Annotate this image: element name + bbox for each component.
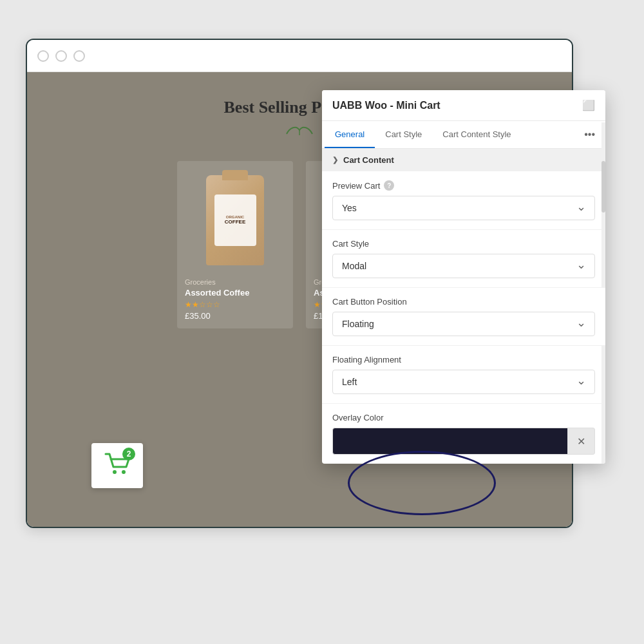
outer-wrapper: Best Selling Products ORGANIC	[26, 39, 618, 605]
field-cart-button-position: Cart Button Position Floating Fixed Inli…	[322, 288, 605, 346]
browser-btn-2	[55, 50, 67, 62]
product-stars-coffee: ★★☆☆☆	[185, 300, 285, 309]
settings-panel: UABB Woo - Mini Cart ⬜ General Cart Styl…	[322, 90, 605, 464]
panel-section-header[interactable]: ❯ Cart Content	[322, 149, 605, 171]
field-label-text-cart-button-position: Cart Button Position	[332, 297, 407, 307]
product-title-coffee: Assorted Coffee	[185, 288, 285, 298]
cart-badge: 2	[122, 448, 135, 460]
field-floating-alignment: Floating Alignment Left Right Center	[322, 346, 605, 404]
cart-icon-wrap: 2	[104, 453, 130, 478]
select-preview-cart[interactable]: Yes No	[332, 196, 595, 220]
field-overlay-color: Overlay Color ✕	[322, 404, 605, 464]
field-label-cart-button-position: Cart Button Position	[332, 297, 595, 307]
tab-cart-style[interactable]: Cart Style	[375, 122, 432, 148]
color-input-row: ✕	[332, 428, 595, 455]
panel-tabs: General Cart Style Cart Content Style ••…	[322, 121, 605, 149]
browser-toolbar	[27, 40, 572, 72]
select-cart-button-position[interactable]: Floating Fixed Inline	[332, 312, 595, 336]
bag-product-name: COFFEE	[225, 219, 245, 225]
select-wrapper-cart-button-position: Floating Fixed Inline	[332, 312, 595, 336]
product-card-coffee: ORGANIC COFFEE Groceries Assorted Coffee…	[177, 161, 293, 328]
field-label-text-overlay-color: Overlay Color	[332, 413, 383, 422]
field-preview-cart: Preview Cart ? Yes No	[322, 171, 605, 230]
floating-cart[interactable]: 2	[91, 443, 143, 488]
svg-point-1	[122, 470, 126, 474]
color-swatch-input[interactable]	[332, 428, 568, 455]
browser-btn-3	[73, 50, 85, 62]
panel-expand-icon[interactable]: ⬜	[582, 99, 595, 111]
field-label-floating-alignment: Floating Alignment	[332, 355, 595, 365]
product-category-coffee: Groceries	[185, 278, 285, 286]
panel-header: UABB Woo - Mini Cart ⬜	[322, 90, 605, 121]
tab-general[interactable]: General	[325, 122, 375, 148]
coffee-bag-label: ORGANIC COFFEE	[214, 194, 256, 246]
section-chevron: ❯	[332, 156, 338, 164]
select-wrapper-cart-style: Modal Floating Inline	[332, 254, 595, 278]
field-label-overlay-color: Overlay Color	[332, 413, 595, 422]
select-floating-alignment[interactable]: Left Right Center	[332, 370, 595, 394]
tab-more[interactable]: •••	[576, 121, 603, 148]
select-cart-style[interactable]: Modal Floating Inline	[332, 254, 595, 278]
field-label-text-cart-style: Cart Style	[332, 239, 369, 249]
coffee-bag: ORGANIC COFFEE	[206, 175, 264, 265]
field-label-text-preview-cart: Preview Cart	[332, 181, 380, 191]
color-clear-button[interactable]: ✕	[568, 428, 595, 455]
field-label-cart-style: Cart Style	[332, 239, 595, 249]
panel-scrollbar-thumb	[601, 161, 605, 213]
tab-cart-content-style[interactable]: Cart Content Style	[432, 122, 521, 148]
field-label-text-floating-alignment: Floating Alignment	[332, 355, 401, 365]
product-image-coffee: ORGANIC COFFEE	[185, 169, 285, 272]
select-wrapper-preview-cart: Yes No	[332, 196, 595, 220]
field-cart-style: Cart Style Modal Floating Inline	[322, 230, 605, 288]
help-icon-preview-cart[interactable]: ?	[384, 180, 394, 191]
section-label: Cart Content	[343, 155, 394, 165]
svg-point-0	[113, 470, 117, 474]
panel-body: Preview Cart ? Yes No Cart Style Mo	[322, 171, 605, 464]
product-price-coffee: £35.00	[185, 311, 285, 321]
field-label-preview-cart: Preview Cart ?	[332, 180, 595, 191]
select-wrapper-floating-alignment: Left Right Center	[332, 370, 595, 394]
browser-btn-1	[37, 50, 49, 62]
panel-title: UABB Woo - Mini Cart	[332, 100, 440, 111]
